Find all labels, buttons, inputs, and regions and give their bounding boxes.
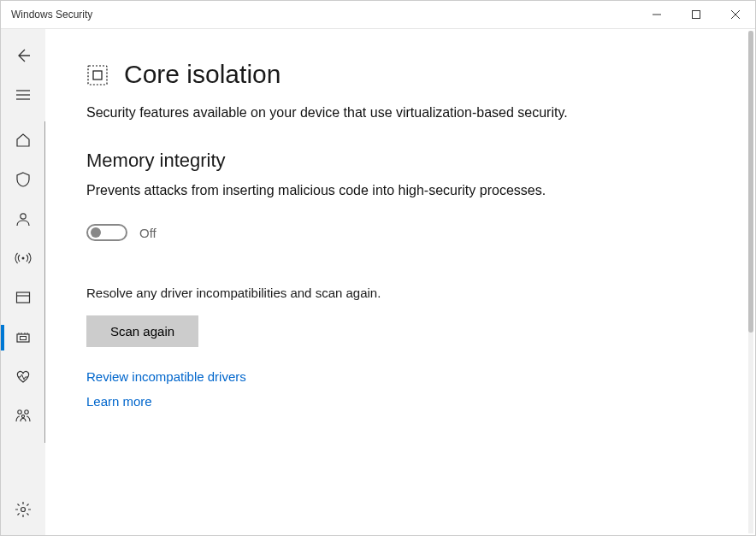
svg-point-20 <box>21 507 26 511</box>
memory-integrity-toggle[interactable] <box>86 224 127 241</box>
window-titlebar: Windows Security <box>1 1 755 28</box>
sidebar-item-virus-protection[interactable] <box>1 161 45 200</box>
sidebar-item-firewall[interactable] <box>1 239 45 279</box>
antenna-icon <box>15 250 32 269</box>
learn-more-link[interactable]: Learn more <box>86 394 627 409</box>
page-description: Security features available on your devi… <box>86 103 627 122</box>
svg-point-19 <box>21 415 24 417</box>
window-minimize-button[interactable] <box>637 1 676 28</box>
svg-point-8 <box>21 256 24 259</box>
sidebar-item-account-protection[interactable] <box>1 200 45 239</box>
sidebar-item-family-options[interactable] <box>1 397 45 436</box>
sidebar-item-settings[interactable] <box>1 491 45 530</box>
toggle-state-label: Off <box>139 226 157 240</box>
window-title: Windows Security <box>11 9 637 21</box>
window-close-button[interactable] <box>716 1 755 28</box>
chip-icon <box>15 328 32 348</box>
back-button[interactable] <box>1 36 45 75</box>
sidebar-item-home[interactable] <box>1 121 45 161</box>
section-description: Prevents attacks from inserting maliciou… <box>86 180 627 200</box>
svg-rect-11 <box>17 334 29 342</box>
svg-point-18 <box>24 409 27 413</box>
hamburger-menu-button[interactable] <box>1 75 45 115</box>
page-title: Core isolation <box>124 60 281 89</box>
svg-rect-21 <box>88 66 107 85</box>
review-incompatible-drivers-link[interactable]: Review incompatible drivers <box>86 369 627 384</box>
window-maximize-button[interactable] <box>676 1 716 28</box>
sidebar-item-device-performance[interactable] <box>1 357 45 397</box>
scrollbar-thumb[interactable] <box>748 31 753 333</box>
sidebar-item-app-control[interactable] <box>1 279 45 318</box>
resolve-text: Resolve any driver incompatibilities and… <box>86 286 627 300</box>
page-title-row: Core isolation <box>86 60 627 89</box>
person-icon <box>15 210 32 230</box>
home-icon <box>15 132 32 151</box>
svg-rect-12 <box>20 336 26 339</box>
toggle-knob <box>91 227 101 238</box>
gear-icon <box>15 501 32 521</box>
vertical-scrollbar[interactable] <box>748 31 753 533</box>
svg-point-17 <box>17 409 21 413</box>
sidebar-item-device-security[interactable] <box>1 318 45 357</box>
window-icon <box>15 289 32 309</box>
heart-icon <box>15 368 32 387</box>
svg-rect-9 <box>16 292 29 303</box>
main-content: Core isolation Security features availab… <box>45 29 661 535</box>
memory-integrity-toggle-row: Off <box>86 224 627 241</box>
svg-point-7 <box>20 213 25 218</box>
svg-rect-1 <box>693 11 700 19</box>
sidebar-nav-list <box>1 121 45 443</box>
core-isolation-icon <box>86 63 109 85</box>
shield-icon <box>15 171 32 191</box>
section-title: Memory integrity <box>86 150 627 172</box>
family-icon <box>15 407 32 427</box>
sidebar <box>1 29 45 535</box>
svg-rect-22 <box>93 71 102 80</box>
scan-again-button[interactable]: Scan again <box>86 315 198 347</box>
